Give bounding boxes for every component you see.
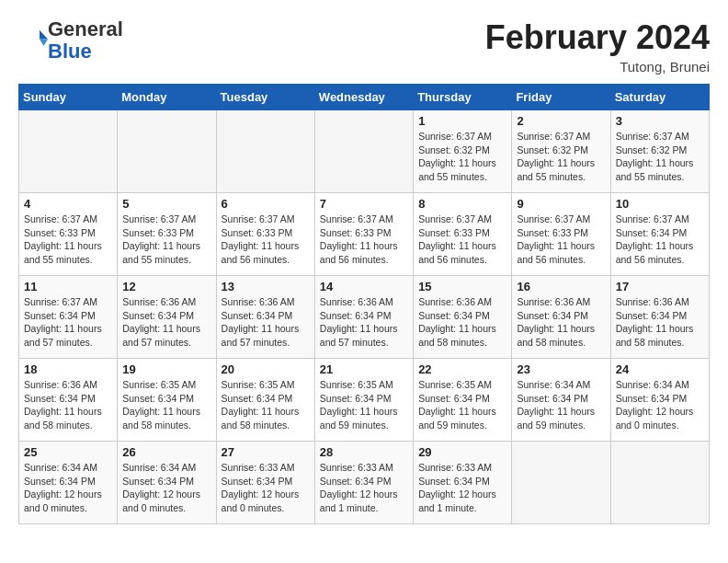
day-info: Sunrise: 6:37 AM Sunset: 6:32 PM Dayligh… <box>616 130 704 184</box>
day-info: Sunrise: 6:37 AM Sunset: 6:33 PM Dayligh… <box>517 213 605 267</box>
calendar-cell <box>19 110 118 193</box>
day-number: 24 <box>616 362 704 376</box>
calendar-week-row: 11Sunrise: 6:37 AM Sunset: 6:34 PM Dayli… <box>19 276 710 359</box>
day-number: 25 <box>24 445 112 459</box>
day-info: Sunrise: 6:36 AM Sunset: 6:34 PM Dayligh… <box>222 295 310 350</box>
calendar-cell: 13Sunrise: 6:36 AM Sunset: 6:34 PM Dayli… <box>216 276 314 359</box>
day-info: Sunrise: 6:34 AM Sunset: 6:34 PM Dayligh… <box>122 461 210 515</box>
day-info: Sunrise: 6:34 AM Sunset: 6:34 PM Dayligh… <box>517 378 605 432</box>
page-header: General Blue February 2024 Tutong, Brune… <box>18 18 710 75</box>
calendar-cell: 28Sunrise: 6:33 AM Sunset: 6:34 PM Dayli… <box>314 442 413 524</box>
day-number: 17 <box>616 280 704 293</box>
title-area: February 2024 Tutong, Brunei <box>485 18 710 75</box>
calendar-cell: 7Sunrise: 6:37 AM Sunset: 6:33 PM Daylig… <box>314 193 413 276</box>
day-info: Sunrise: 6:36 AM Sunset: 6:34 PM Dayligh… <box>418 295 506 350</box>
calendar-cell: 16Sunrise: 6:36 AM Sunset: 6:34 PM Dayli… <box>512 276 610 359</box>
day-number: 21 <box>320 362 408 376</box>
day-info: Sunrise: 6:35 AM Sunset: 6:34 PM Dayligh… <box>418 378 506 432</box>
day-number: 27 <box>222 445 310 459</box>
weekday-header: Saturday <box>610 85 709 110</box>
calendar-week-row: 25Sunrise: 6:34 AM Sunset: 6:34 PM Dayli… <box>19 442 710 524</box>
calendar-cell: 19Sunrise: 6:35 AM Sunset: 6:34 PM Dayli… <box>118 359 216 442</box>
day-info: Sunrise: 6:33 AM Sunset: 6:34 PM Dayligh… <box>418 461 506 515</box>
weekday-header: Tuesday <box>216 85 314 110</box>
calendar-cell: 23Sunrise: 6:34 AM Sunset: 6:34 PM Dayli… <box>512 359 610 442</box>
day-number: 18 <box>24 362 112 376</box>
logo: General Blue <box>18 18 123 63</box>
day-info: Sunrise: 6:36 AM Sunset: 6:34 PM Dayligh… <box>320 295 408 350</box>
day-number: 2 <box>517 114 605 128</box>
calendar-cell: 26Sunrise: 6:34 AM Sunset: 6:34 PM Dayli… <box>118 442 216 524</box>
day-info: Sunrise: 6:37 AM Sunset: 6:34 PM Dayligh… <box>24 295 112 350</box>
day-info: Sunrise: 6:35 AM Sunset: 6:34 PM Dayligh… <box>122 378 210 432</box>
day-number: 4 <box>24 197 112 211</box>
calendar-cell: 18Sunrise: 6:36 AM Sunset: 6:34 PM Dayli… <box>19 359 118 442</box>
calendar-cell: 11Sunrise: 6:37 AM Sunset: 6:34 PM Dayli… <box>19 276 118 359</box>
calendar-cell: 17Sunrise: 6:36 AM Sunset: 6:34 PM Dayli… <box>610 276 709 359</box>
day-info: Sunrise: 6:33 AM Sunset: 6:34 PM Dayligh… <box>320 461 408 515</box>
day-info: Sunrise: 6:37 AM Sunset: 6:33 PM Dayligh… <box>320 213 408 267</box>
calendar-cell <box>610 442 709 524</box>
calendar-cell: 25Sunrise: 6:34 AM Sunset: 6:34 PM Dayli… <box>19 442 118 524</box>
svg-marker-0 <box>40 30 48 40</box>
weekday-header: Wednesday <box>314 85 413 110</box>
day-info: Sunrise: 6:33 AM Sunset: 6:34 PM Dayligh… <box>222 461 310 515</box>
calendar-table: SundayMondayTuesdayWednesdayThursdayFrid… <box>18 84 710 524</box>
calendar-cell: 24Sunrise: 6:34 AM Sunset: 6:34 PM Dayli… <box>610 359 709 442</box>
day-number: 7 <box>320 197 408 211</box>
weekday-header: Monday <box>118 85 216 110</box>
day-number: 12 <box>122 280 210 293</box>
calendar-cell <box>118 110 216 193</box>
weekday-header: Thursday <box>414 85 512 110</box>
calendar-cell: 3Sunrise: 6:37 AM Sunset: 6:32 PM Daylig… <box>610 110 709 193</box>
day-number: 8 <box>418 197 506 211</box>
day-number: 22 <box>418 362 506 376</box>
day-number: 23 <box>517 362 605 376</box>
day-info: Sunrise: 6:34 AM Sunset: 6:34 PM Dayligh… <box>24 461 112 515</box>
logo-text: General Blue <box>48 18 123 63</box>
day-number: 14 <box>320 280 408 293</box>
day-number: 16 <box>517 280 605 293</box>
calendar-cell: 29Sunrise: 6:33 AM Sunset: 6:34 PM Dayli… <box>414 442 512 524</box>
day-number: 19 <box>122 362 210 376</box>
day-number: 29 <box>418 445 506 459</box>
calendar-cell: 9Sunrise: 6:37 AM Sunset: 6:33 PM Daylig… <box>512 193 610 276</box>
day-info: Sunrise: 6:37 AM Sunset: 6:33 PM Dayligh… <box>418 213 506 267</box>
calendar-cell: 1Sunrise: 6:37 AM Sunset: 6:32 PM Daylig… <box>414 110 512 193</box>
day-number: 26 <box>122 445 210 459</box>
day-number: 10 <box>616 197 704 211</box>
day-info: Sunrise: 6:37 AM Sunset: 6:33 PM Dayligh… <box>122 213 210 267</box>
day-info: Sunrise: 6:36 AM Sunset: 6:34 PM Dayligh… <box>122 295 210 350</box>
calendar-cell: 15Sunrise: 6:36 AM Sunset: 6:34 PM Dayli… <box>414 276 512 359</box>
calendar-cell: 14Sunrise: 6:36 AM Sunset: 6:34 PM Dayli… <box>314 276 413 359</box>
day-info: Sunrise: 6:34 AM Sunset: 6:34 PM Dayligh… <box>616 378 704 432</box>
calendar-cell: 6Sunrise: 6:37 AM Sunset: 6:33 PM Daylig… <box>216 193 314 276</box>
day-info: Sunrise: 6:37 AM Sunset: 6:33 PM Dayligh… <box>24 213 112 267</box>
day-number: 6 <box>222 197 310 211</box>
calendar-week-row: 4Sunrise: 6:37 AM Sunset: 6:33 PM Daylig… <box>19 193 710 276</box>
day-info: Sunrise: 6:37 AM Sunset: 6:32 PM Dayligh… <box>517 130 605 184</box>
svg-marker-1 <box>40 40 48 47</box>
day-number: 5 <box>122 197 210 211</box>
calendar-cell: 10Sunrise: 6:37 AM Sunset: 6:34 PM Dayli… <box>610 193 709 276</box>
day-info: Sunrise: 6:35 AM Sunset: 6:34 PM Dayligh… <box>222 378 310 432</box>
calendar-cell <box>216 110 314 193</box>
calendar-cell: 21Sunrise: 6:35 AM Sunset: 6:34 PM Dayli… <box>314 359 413 442</box>
calendar-cell: 2Sunrise: 6:37 AM Sunset: 6:32 PM Daylig… <box>512 110 610 193</box>
day-number: 20 <box>222 362 310 376</box>
day-info: Sunrise: 6:37 AM Sunset: 6:32 PM Dayligh… <box>418 130 506 184</box>
day-number: 1 <box>418 114 506 128</box>
calendar-cell: 22Sunrise: 6:35 AM Sunset: 6:34 PM Dayli… <box>414 359 512 442</box>
day-number: 9 <box>517 197 605 211</box>
day-number: 15 <box>418 280 506 293</box>
calendar-cell: 12Sunrise: 6:36 AM Sunset: 6:34 PM Dayli… <box>118 276 216 359</box>
logo-icon <box>20 27 48 54</box>
location: Tutong, Brunei <box>485 59 710 75</box>
calendar-week-row: 1Sunrise: 6:37 AM Sunset: 6:32 PM Daylig… <box>19 110 710 193</box>
month-title: February 2024 <box>485 18 710 57</box>
day-number: 11 <box>24 280 112 293</box>
day-info: Sunrise: 6:37 AM Sunset: 6:33 PM Dayligh… <box>222 213 310 267</box>
day-info: Sunrise: 6:37 AM Sunset: 6:34 PM Dayligh… <box>616 213 704 267</box>
calendar-cell <box>314 110 413 193</box>
calendar-cell: 20Sunrise: 6:35 AM Sunset: 6:34 PM Dayli… <box>216 359 314 442</box>
